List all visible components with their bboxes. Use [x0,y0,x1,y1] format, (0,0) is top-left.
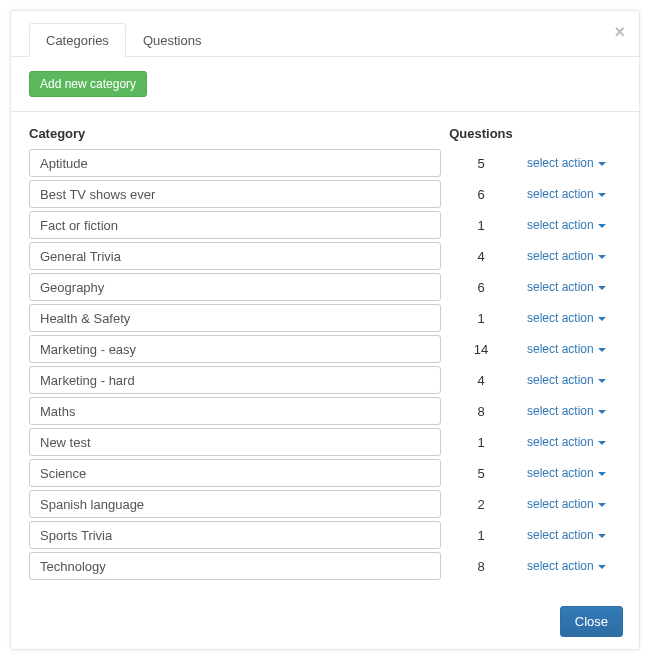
question-count: 2 [441,497,521,512]
select-action-dropdown[interactable]: select action [521,311,621,325]
question-count: 6 [441,187,521,202]
action-label: select action [527,497,594,511]
select-action-dropdown[interactable]: select action [521,373,621,387]
tab-questions[interactable]: Questions [126,23,219,57]
caret-down-icon [598,286,606,290]
caret-down-icon [598,255,606,259]
category-name-input[interactable] [29,490,441,518]
select-action-dropdown[interactable]: select action [521,528,621,542]
question-count: 4 [441,373,521,388]
select-action-dropdown[interactable]: select action [521,218,621,232]
action-label: select action [527,311,594,325]
category-name-input[interactable] [29,273,441,301]
table-row: 4select action [29,242,621,270]
select-action-dropdown[interactable]: select action [521,404,621,418]
question-count: 5 [441,156,521,171]
select-action-dropdown[interactable]: select action [521,342,621,356]
table-row: 6select action [29,273,621,301]
action-label: select action [527,559,594,573]
caret-down-icon [598,379,606,383]
tab-categories[interactable]: Categories [29,23,126,57]
select-action-dropdown[interactable]: select action [521,466,621,480]
table-row: 4select action [29,366,621,394]
caret-down-icon [598,224,606,228]
action-label: select action [527,156,594,170]
table-row: 5select action [29,149,621,177]
action-label: select action [527,466,594,480]
select-action-dropdown[interactable]: select action [521,280,621,294]
tabs: Categories Questions [11,11,639,57]
table-row: 1select action [29,428,621,456]
question-count: 4 [441,249,521,264]
button-label: Close [575,614,608,629]
toolbar: Add new category [11,57,639,112]
table-row: 1select action [29,211,621,239]
caret-down-icon [598,193,606,197]
action-label: select action [527,404,594,418]
table-header: Category Questions [29,120,621,149]
caret-down-icon [598,472,606,476]
table-row: 8select action [29,552,621,580]
action-label: select action [527,187,594,201]
action-label: select action [527,528,594,542]
button-label: Add new category [40,77,136,91]
category-name-input[interactable] [29,211,441,239]
question-count: 5 [441,466,521,481]
select-action-dropdown[interactable]: select action [521,249,621,263]
action-label: select action [527,373,594,387]
table-row: 1select action [29,521,621,549]
action-label: select action [527,249,594,263]
caret-down-icon [598,410,606,414]
categories-modal: × Categories Questions Add new category … [10,10,640,650]
add-new-category-button[interactable]: Add new category [29,71,147,97]
action-label: select action [527,342,594,356]
action-label: select action [527,218,594,232]
question-count: 1 [441,435,521,450]
question-count: 1 [441,528,521,543]
category-name-input[interactable] [29,366,441,394]
question-count: 6 [441,280,521,295]
category-name-input[interactable] [29,180,441,208]
category-name-input[interactable] [29,397,441,425]
category-name-input[interactable] [29,521,441,549]
category-name-input[interactable] [29,304,441,332]
close-button[interactable]: Close [560,606,623,637]
question-count: 8 [441,559,521,574]
select-action-dropdown[interactable]: select action [521,559,621,573]
category-name-input[interactable] [29,149,441,177]
caret-down-icon [598,534,606,538]
tab-label: Questions [143,33,202,48]
table-row: 2select action [29,490,621,518]
table-row: 14select action [29,335,621,363]
table-row: 6select action [29,180,621,208]
close-icon[interactable]: × [614,23,625,41]
header-questions: Questions [441,126,521,141]
action-label: select action [527,280,594,294]
category-name-input[interactable] [29,428,441,456]
question-count: 14 [441,342,521,357]
question-count: 8 [441,404,521,419]
select-action-dropdown[interactable]: select action [521,187,621,201]
action-label: select action [527,435,594,449]
modal-footer: Close [560,606,623,637]
question-count: 1 [441,218,521,233]
category-name-input[interactable] [29,459,441,487]
category-name-input[interactable] [29,552,441,580]
caret-down-icon [598,441,606,445]
caret-down-icon [598,503,606,507]
select-action-dropdown[interactable]: select action [521,156,621,170]
caret-down-icon [598,162,606,166]
category-name-input[interactable] [29,335,441,363]
tab-label: Categories [46,33,109,48]
categories-table: Category Questions 5select action6select… [11,112,639,594]
select-action-dropdown[interactable]: select action [521,497,621,511]
header-category: Category [29,126,441,141]
table-row: 1select action [29,304,621,332]
category-name-input[interactable] [29,242,441,270]
table-body: 5select action6select action1select acti… [29,149,621,580]
caret-down-icon [598,317,606,321]
table-row: 5select action [29,459,621,487]
question-count: 1 [441,311,521,326]
caret-down-icon [598,348,606,352]
select-action-dropdown[interactable]: select action [521,435,621,449]
